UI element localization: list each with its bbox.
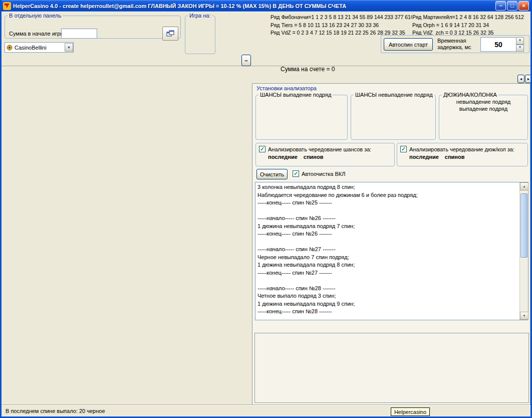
chances-miss-title: ШАНСЫ невыпадение подряд	[354, 92, 434, 98]
app-window: HelperCasino 4.0 - create helperroullet@…	[0, 0, 532, 418]
account-balance-label: Сумма на счете = 0	[281, 66, 335, 73]
scrollbar-thumb[interactable]	[520, 193, 527, 258]
spinner-down-icon[interactable]: ▼	[516, 45, 524, 52]
analyzer-tab-page: Установки анализатора ШАНСЫ выпадение по…	[252, 83, 530, 405]
expected-values-row	[255, 336, 528, 345]
frequency-panel	[254, 333, 529, 403]
minimize-button[interactable]: –	[495, 1, 506, 11]
analysis-log[interactable]: 3 колонка невыпадала подряд 8 спин; Набл…	[255, 182, 528, 320]
analyze-dozens-checkbox[interactable]: ✓	[400, 146, 407, 152]
maximize-button[interactable]: □	[507, 1, 517, 11]
analysis-log-text: 3 колонка невыпадала подряд 8 спин; Набл…	[257, 183, 518, 319]
dozen-column-title: ДЮЖИНА/КОЛОНКА	[442, 92, 498, 98]
series-line: Ряд Мартингейл=1 2 4 8 16 32 64 128 256 …	[412, 14, 531, 22]
status-bar: В последнем спине выпало: 20 черное	[2, 404, 530, 416]
status-text: В последнем спине выпало: 20 черное	[6, 408, 105, 414]
alternation-chances-frame: ✓ Анализировать чередование шансов за: п…	[255, 143, 395, 166]
taskbar-tooltip: Helpercasino	[391, 407, 430, 416]
series-info-left: Ряд Фибоначчи=1 1 2 3 5 8 13 21 34 55 89…	[271, 14, 412, 37]
start-sum-input[interactable]	[61, 29, 97, 39]
analyzer-settings-label: Установки анализатора	[256, 85, 317, 91]
dozen-miss-label: невыпадение подряд	[439, 99, 527, 105]
detach-panel-button[interactable]	[162, 27, 178, 41]
tab-scroll-buttons: ◄ ►	[517, 75, 532, 83]
dozen-appear-label: выпадение подряд	[439, 106, 527, 112]
last-label: последние	[409, 154, 439, 160]
series-line: Ряд Фибоначчи=1 1 2 3 5 8 13 21 34 55 89…	[271, 14, 412, 22]
casino-icon	[7, 45, 13, 51]
autospin-start-button[interactable]: Автоспин старт	[384, 38, 433, 51]
detach-panel-group: В отдельную панель Сумма в начале игры	[5, 13, 181, 39]
analyze-dozens-label: Анализировать чередование дюж/кол за:	[409, 146, 514, 152]
scroll-down-icon[interactable]: ▼	[520, 312, 528, 320]
autospin-frame: Автоспин старт Временная задержка, мс ▲ …	[381, 35, 529, 53]
delay-spinbox: ▲ ▼	[480, 37, 524, 52]
analyze-chances-checkbox[interactable]: ✓	[259, 146, 265, 152]
chances-appear-title: ШАНСЫ выпадение подряд	[258, 92, 333, 98]
game-mode-label: Игра на:	[188, 13, 212, 19]
autoclean-checkbox[interactable]: ✓	[293, 170, 299, 177]
start-sum-label: Сумма в начале игры	[9, 31, 64, 37]
casino-combobox[interactable]: CasinoBellini ▼	[5, 42, 74, 53]
close-button[interactable]: ×	[518, 1, 529, 11]
detach-panel-group-label: В отдельную панель	[8, 13, 63, 19]
tab-scroll-left-icon[interactable]: ◄	[517, 75, 524, 83]
autoclean-label: Автоочистка ВКЛ	[302, 171, 345, 177]
app-icon	[3, 2, 11, 10]
scroll-up-icon[interactable]: ▲	[520, 182, 528, 190]
spins-label: спинов	[445, 154, 465, 160]
title-bar: HelperCasino 4.0 - create helperroullet@…	[2, 0, 530, 12]
casino-combobox-value: CasinoBellini	[15, 45, 47, 51]
spinner-up-icon[interactable]: ▲	[516, 37, 524, 45]
clear-log-button[interactable]: Очистить	[256, 169, 288, 179]
chances-appear-group: ШАНСЫ выпадение подряд	[255, 92, 348, 140]
dozen-column-group: ДЮЖИНА/КОЛОНКА невыпадение подряд выпаде…	[439, 92, 528, 140]
window-title: HelperCasino 4.0 - create helperroullet@…	[13, 3, 493, 9]
tab-scroll-right-icon[interactable]: ►	[525, 75, 532, 83]
game-mode-group: Игра на:	[185, 13, 215, 54]
roulette-board	[17, 343, 231, 393]
series-info-right: Ряд Мартингейл=1 2 4 8 16 32 64 128 256 …	[412, 14, 531, 37]
last-label: последние	[268, 154, 298, 160]
series-line: Ряд Orph = 1 6 9 14 17 20 31 34	[412, 22, 531, 30]
windows-icon	[166, 30, 174, 37]
series-line: Ряд Tiers = 5 8 10 11 13 16 23 24 27 30 …	[271, 22, 412, 30]
chances-miss-group: ШАНСЫ невыпадение подряд	[351, 92, 436, 140]
delay-label: Временная задержка, мс	[437, 38, 480, 51]
analyze-chances-label: Анализировать чередование шансов за:	[268, 146, 371, 152]
alternation-dozens-frame: ✓ Анализировать чередование дюж/кол за: …	[397, 143, 528, 166]
top-panel: В отдельную панель Сумма в начале игры C…	[2, 12, 530, 66]
delay-input[interactable]	[480, 37, 516, 52]
log-scrollbar[interactable]: ▲ ▼	[519, 182, 528, 320]
spins-label: спинов	[304, 154, 324, 160]
collapse-button[interactable]: −	[241, 55, 251, 66]
chevron-down-icon[interactable]: ▼	[65, 43, 73, 52]
